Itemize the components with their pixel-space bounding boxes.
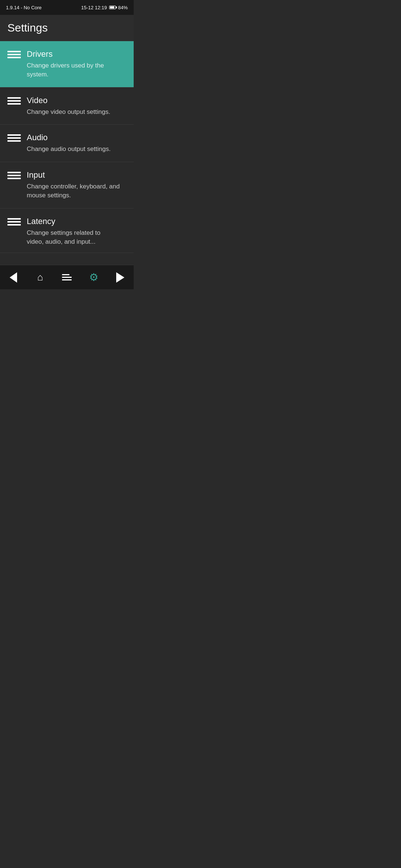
input-description: Change controller, keyboard, and mouse s… xyxy=(27,182,126,200)
line-1 xyxy=(7,97,21,99)
line-3 xyxy=(7,224,21,226)
video-icon xyxy=(4,97,24,105)
list-line-3 xyxy=(62,279,72,280)
list-line-2 xyxy=(62,277,72,278)
status-right: 15-12 12:19 84% xyxy=(81,5,128,10)
settings-scroll[interactable]: Drivers Change drivers used by the syste… xyxy=(0,41,134,289)
input-icon xyxy=(4,172,24,179)
line-3 xyxy=(7,103,21,105)
list-line-1 xyxy=(62,274,69,275)
drivers-content: Drivers Change drivers used by the syste… xyxy=(24,49,126,79)
video-title: Video xyxy=(27,96,126,105)
line-3 xyxy=(7,140,21,142)
status-version: 1.9.14 - No Core xyxy=(6,5,42,10)
latency-title: Latency xyxy=(27,217,126,226)
battery-body xyxy=(109,6,116,9)
battery-fill xyxy=(110,6,114,9)
settings-item-audio[interactable]: Audio Change audio output settings. xyxy=(0,125,134,162)
play-icon xyxy=(116,272,124,283)
page-header: Settings xyxy=(0,15,134,41)
line-2 xyxy=(7,54,21,55)
audio-content: Audio Change audio output settings. xyxy=(24,133,126,154)
page-title: Settings xyxy=(7,22,48,34)
hamburger-lines-video xyxy=(7,97,21,105)
drivers-description: Change drivers used by the system. xyxy=(27,61,126,79)
latency-icon xyxy=(4,218,24,226)
content-area: Drivers Change drivers used by the syste… xyxy=(0,41,134,289)
home-icon: ⌂ xyxy=(37,272,43,283)
hamburger-lines-drivers xyxy=(7,51,21,58)
nav-play-button[interactable] xyxy=(110,267,131,288)
battery-percent: 84% xyxy=(118,5,128,10)
line-2 xyxy=(7,137,21,139)
audio-icon xyxy=(4,134,24,142)
line-3 xyxy=(7,57,21,58)
hamburger-lines-audio xyxy=(7,134,21,142)
hamburger-lines-input xyxy=(7,172,21,179)
battery-icon xyxy=(109,6,116,9)
nav-list-button[interactable] xyxy=(56,267,77,288)
audio-description: Change audio output settings. xyxy=(27,145,126,154)
input-title: Input xyxy=(27,170,126,180)
drivers-title: Drivers xyxy=(27,49,126,59)
status-bar: 1.9.14 - No Core 15-12 12:19 84% xyxy=(0,0,134,15)
line-1 xyxy=(7,172,21,173)
line-2 xyxy=(7,175,21,176)
list-icon xyxy=(62,274,72,280)
settings-item-video[interactable]: Video Change video output settings. xyxy=(0,88,134,125)
settings-item-input[interactable]: Input Change controller, keyboard, and m… xyxy=(0,162,134,208)
bottom-nav: ⌂ ⚙ xyxy=(0,265,134,289)
line-3 xyxy=(7,178,21,179)
input-content: Input Change controller, keyboard, and m… xyxy=(24,170,126,200)
line-1 xyxy=(7,218,21,220)
line-1 xyxy=(7,134,21,136)
hamburger-lines-latency xyxy=(7,218,21,226)
video-content: Video Change video output settings. xyxy=(24,96,126,116)
line-2 xyxy=(7,221,21,223)
drivers-icon xyxy=(4,51,24,58)
status-datetime: 15-12 12:19 xyxy=(81,5,107,10)
audio-title: Audio xyxy=(27,133,126,142)
settings-item-drivers[interactable]: Drivers Change drivers used by the syste… xyxy=(0,41,134,88)
settings-item-latency[interactable]: Latency Change settings related tovideo,… xyxy=(0,208,134,253)
gear-icon: ⚙ xyxy=(89,271,98,283)
line-2 xyxy=(7,100,21,102)
nav-settings-button[interactable]: ⚙ xyxy=(83,267,104,288)
nav-back-button[interactable] xyxy=(3,267,24,288)
line-1 xyxy=(7,51,21,52)
latency-description: Change settings related tovideo, audio, … xyxy=(27,228,126,246)
back-icon xyxy=(10,272,17,283)
nav-home-button[interactable]: ⌂ xyxy=(30,267,50,288)
latency-content: Latency Change settings related tovideo,… xyxy=(24,217,126,246)
video-description: Change video output settings. xyxy=(27,108,126,116)
